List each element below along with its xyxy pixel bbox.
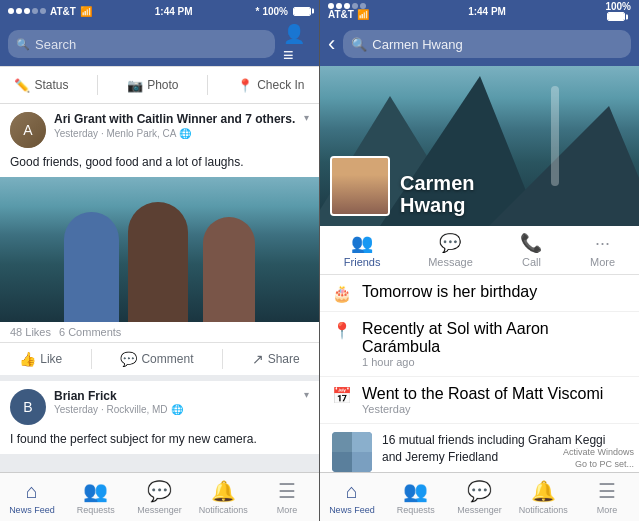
like-icon: 👍 <box>19 351 36 367</box>
messenger-icon-right: 💬 <box>467 479 492 503</box>
right-phone: AT&T 📶 1:44 PM 100% ‹ 🔍 Carmen Hwang Ca <box>320 0 639 521</box>
message-action-btn[interactable]: 💬 Message <box>428 232 473 268</box>
signal-dot-2 <box>16 8 22 14</box>
carrier-label: AT&T <box>50 6 76 17</box>
photo-btn[interactable]: 📷 Photo <box>127 78 178 93</box>
status-right: * 100% <box>256 6 311 17</box>
location-info: Recently at Sol with Aaron Carámbula 1 h… <box>362 320 627 368</box>
location-icon: 📍 <box>332 321 352 340</box>
friends-action-btn[interactable]: 👥 Friends <box>344 232 381 268</box>
tab-more-right[interactable]: ☰ More <box>575 475 639 519</box>
post-1-image <box>0 177 319 322</box>
fb-navbar-left: 🔍 Search 👤≡ <box>0 22 319 66</box>
battery-label-right: 100% <box>605 1 631 12</box>
share-btn[interactable]: ↗ Share <box>242 345 310 373</box>
carrier-label-right: AT&T <box>328 9 354 20</box>
status-bar-right: AT&T 📶 1:44 PM 100% <box>320 0 639 22</box>
search-bar[interactable]: 🔍 Search <box>8 30 275 58</box>
mountain-3 <box>489 106 639 226</box>
tab-messenger[interactable]: 💬 Messenger <box>128 475 192 519</box>
post-2-meta: Brian Frick Yesterday · Rockville, MD 🌐 <box>54 389 296 416</box>
profile-name: CarmenHwang <box>400 172 474 216</box>
search-placeholder: Search <box>35 37 76 52</box>
post-1-meta: Ari Grant with Caitlin Winner and 7 othe… <box>54 112 296 139</box>
status-btn[interactable]: ✏️ Status <box>14 78 68 93</box>
call-action-btn[interactable]: 📞 Call <box>520 232 542 268</box>
post-2-text: I found the perfect subject for my new c… <box>0 429 319 454</box>
location-text: Recently at Sol with Aaron Carámbula <box>362 320 627 356</box>
action-div-2 <box>222 349 223 369</box>
birthday-icon: 🎂 <box>332 284 352 303</box>
news-feed-label: News Feed <box>9 505 55 515</box>
fb-navbar-right: ‹ 🔍 Carmen Hwang <box>320 22 639 66</box>
camera-icon: 📷 <box>127 78 143 93</box>
globe-icon-2: 🌐 <box>171 404 183 415</box>
search-bar-right[interactable]: 🔍 Carmen Hwang <box>343 30 631 58</box>
divider-1 <box>97 75 98 95</box>
checkin-btn[interactable]: 📍 Check In <box>237 78 304 93</box>
search-icon: 🔍 <box>16 38 30 51</box>
tab-notifications[interactable]: 🔔 Notifications <box>191 475 255 519</box>
battery-icon <box>293 7 311 16</box>
person-silhouette-1 <box>64 212 119 322</box>
battery-label: 100% <box>262 6 288 17</box>
tab-requests-right[interactable]: 👥 Requests <box>384 475 448 519</box>
profile-info-list: 🎂 Tomorrow is her birthday 📍 Recently at… <box>320 275 639 472</box>
post-2-subinfo: Yesterday · Rockville, MD 🌐 <box>54 404 296 415</box>
photo-label: Photo <box>147 78 178 92</box>
person-silhouette-2 <box>128 202 188 322</box>
requests-label-right: Requests <box>397 505 435 515</box>
profile-cover: CarmenHwang <box>320 66 639 226</box>
post-type-bar: ✏️ Status 📷 Photo 📍 Check In <box>0 66 319 104</box>
call-action-icon: 📞 <box>520 232 542 254</box>
tab-notifications-right[interactable]: 🔔 Notifications <box>511 475 575 519</box>
action-div-1 <box>91 349 92 369</box>
mutual-text: 16 mutual friends including Graham Keggi… <box>382 432 627 466</box>
tab-news-feed-right[interactable]: ⌂ News Feed <box>320 476 384 519</box>
info-birthday: 🎂 Tomorrow is her birthday <box>320 275 639 312</box>
like-btn[interactable]: 👍 Like <box>9 345 72 373</box>
profile-avatar <box>330 156 390 216</box>
chevron-down-icon[interactable]: ▾ <box>304 112 309 123</box>
profile-avatar-face <box>332 158 388 214</box>
comment-label: Comment <box>141 352 193 366</box>
info-event: 📅 Went to the Roast of Matt Viscomi Yest… <box>320 377 639 424</box>
event-info: Went to the Roast of Matt Viscomi Yester… <box>362 385 603 415</box>
mutual-avatars <box>332 432 372 472</box>
info-mutual: 16 mutual friends including Graham Keggi… <box>320 424 639 472</box>
chevron-down-icon-2[interactable]: ▾ <box>304 389 309 400</box>
back-button[interactable]: ‹ <box>328 31 335 57</box>
more-action-btn[interactable]: ··· More <box>590 233 615 268</box>
news-feed-icon-right: ⌂ <box>346 480 358 503</box>
pin-icon: 📍 <box>237 78 253 93</box>
post-2-location: Yesterday · Rockville, MD <box>54 404 168 415</box>
notifications-icon-right: 🔔 <box>531 479 556 503</box>
post-1-subinfo: Yesterday · Menlo Park, CA 🌐 <box>54 128 296 139</box>
comment-btn[interactable]: 💬 Comment <box>110 345 203 373</box>
messenger-label: Messenger <box>137 505 182 515</box>
profile-actions: 👥 Friends 💬 Message 📞 Call ··· More <box>320 226 639 275</box>
tab-requests[interactable]: 👥 Requests <box>64 475 128 519</box>
status-right-left: AT&T 📶 <box>328 3 369 20</box>
tab-messenger-right[interactable]: 💬 Messenger <box>448 475 512 519</box>
checkin-label: Check In <box>257 78 304 92</box>
tab-news-feed[interactable]: ⌂ News Feed <box>0 476 64 519</box>
requests-label: Requests <box>77 505 115 515</box>
message-action-icon: 💬 <box>439 232 461 254</box>
mutual-av-4 <box>352 452 372 472</box>
post-1: A Ari Grant with Caitlin Winner and 7 ot… <box>0 104 319 375</box>
signal-dot-4 <box>32 8 38 14</box>
birthday-text: Tomorrow is her birthday <box>362 283 537 301</box>
tab-bar-right: ⌂ News Feed 👥 Requests 💬 Messenger 🔔 Not… <box>320 472 639 521</box>
left-phone: AT&T 📶 1:44 PM * 100% 🔍 Search 👤≡ ✏️ Sta… <box>0 0 319 521</box>
like-label: Like <box>40 352 62 366</box>
waterfall <box>551 86 559 186</box>
pencil-icon: ✏️ <box>14 78 30 93</box>
battery-icon-right <box>607 12 625 21</box>
tab-more[interactable]: ☰ More <box>255 475 319 519</box>
search-icon-right: 🔍 <box>351 37 367 52</box>
wifi-icon-right: 📶 <box>357 9 369 20</box>
call-action-label: Call <box>522 256 541 268</box>
friends-requests-icon[interactable]: 👤≡ <box>283 30 311 58</box>
notifications-label-right: Notifications <box>519 505 568 515</box>
